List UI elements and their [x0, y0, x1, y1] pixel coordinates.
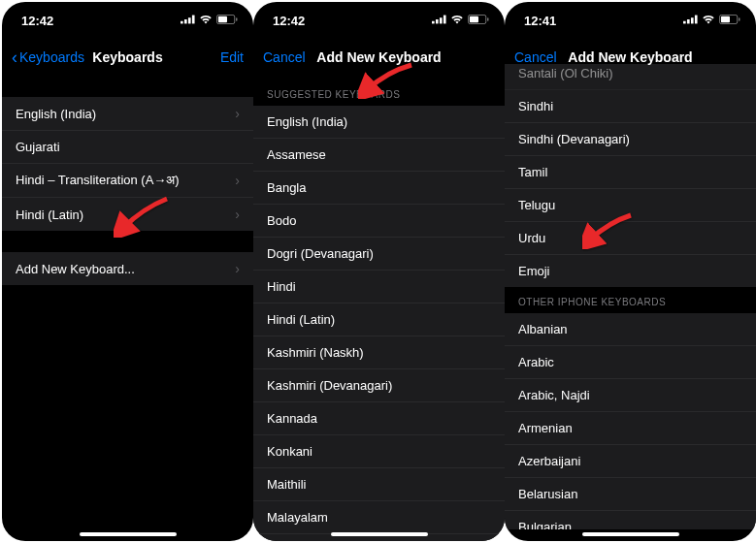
status-icons [181, 14, 238, 27]
keyboard-option-row[interactable]: Emoji [505, 255, 756, 287]
keyboard-option-row[interactable]: Tamil [505, 156, 756, 189]
keyboard-option-label: Santali (Ol Chiki) [518, 66, 613, 80]
section-header-suggested: Suggested Keyboards [253, 76, 505, 106]
svg-rect-17 [695, 16, 698, 24]
keyboard-option-row[interactable]: Sindhi (Devanagari) [505, 123, 756, 156]
keyboard-option-row[interactable]: Kashmiri (Naskh) [253, 336, 505, 369]
chevron-right-icon: › [235, 106, 240, 121]
svg-rect-9 [440, 17, 443, 23]
svg-rect-5 [218, 16, 227, 22]
nav-bar: Cancel Add New Keyboard [253, 39, 505, 76]
keyboard-option-label: English (India) [267, 114, 347, 129]
keyboard-option-label: Kashmiri (Naskh) [267, 345, 364, 360]
keyboard-option-row[interactable]: Azerbaijani [505, 445, 756, 478]
wifi-icon [450, 14, 464, 27]
keyboard-option-row[interactable]: Hindi (Latin) [253, 303, 505, 336]
keyboard-option-row[interactable]: Arabic, Najdi [505, 379, 756, 412]
wifi-icon [702, 14, 715, 27]
keyboard-row[interactable]: Hindi – Transliteration (A→अ) › [2, 164, 253, 198]
keyboard-option-row[interactable]: English (India) [253, 106, 505, 139]
battery-icon [719, 14, 740, 27]
home-indicator[interactable] [331, 532, 428, 536]
keyboard-option-label: Malayalam [267, 510, 328, 525]
keyboard-option-row[interactable]: Arabic [505, 346, 756, 379]
keyboard-option-row[interactable]: Telugu [505, 189, 756, 222]
status-bar: 12:42 [2, 2, 253, 39]
keyboard-option-label: Telugu [518, 198, 555, 212]
keyboard-option-row[interactable]: Hindi [253, 271, 505, 303]
content-area: English (India) › Gujarati Hindi – Trans… [2, 76, 253, 541]
keyboard-row[interactable]: Hindi (Latin) › [2, 198, 253, 231]
svg-rect-19 [721, 16, 730, 22]
keyboard-option-label: Urdu [518, 231, 545, 245]
home-indicator[interactable] [80, 532, 177, 536]
keyboard-option-row[interactable]: Konkani [253, 435, 505, 468]
section-spacer [2, 231, 253, 252]
keyboard-option-row[interactable]: Dogri (Devanagari) [253, 238, 505, 271]
edit-button[interactable]: Edit [220, 49, 244, 65]
svg-rect-12 [470, 16, 478, 22]
keyboard-option-row[interactable]: Albanian [505, 313, 756, 346]
section-spacer [2, 76, 253, 97]
keyboard-option-row[interactable]: Bodo [253, 205, 505, 238]
keyboard-option-label: Belarusian [518, 487, 577, 501]
add-keyboard-screen-other: 12:41 Cancel Add New Keyboard Santali (O… [505, 2, 756, 541]
svg-rect-13 [487, 17, 488, 21]
add-new-keyboard-row[interactable]: Add New Keyboard... › [2, 252, 253, 285]
svg-rect-0 [181, 21, 183, 24]
status-icons [432, 14, 489, 27]
keyboard-option-row[interactable]: Maithili [253, 468, 505, 501]
keyboard-option-row[interactable]: Malayalam [253, 501, 505, 534]
chevron-left-icon: ‹ [12, 48, 17, 66]
keyboard-option-label: Armenian [518, 421, 573, 435]
chevron-right-icon: › [235, 261, 240, 276]
keyboard-label: Hindi (Latin) [16, 208, 83, 222]
svg-rect-16 [691, 17, 694, 23]
svg-rect-8 [436, 19, 439, 23]
keyboard-option-label: Bangla [267, 180, 306, 195]
keyboard-option-label: Sindhi [518, 99, 553, 113]
status-bar: 12:41 [505, 2, 756, 39]
keyboard-option-label: Maithili [267, 477, 306, 492]
keyboard-option-row[interactable]: Urdu [505, 222, 756, 255]
keyboard-option-row[interactable]: Bangla [253, 172, 505, 205]
cancel-button[interactable]: Cancel [514, 49, 557, 65]
keyboard-row[interactable]: English (India) › [2, 97, 253, 131]
keyboard-option-label: Azerbaijani [518, 454, 580, 468]
page-title: Add New Keyboard [568, 49, 692, 65]
keyboard-option-row[interactable]: Bulgarian [505, 511, 756, 529]
svg-rect-7 [432, 21, 435, 24]
keyboard-option-row[interactable]: Armenian [505, 412, 756, 445]
battery-icon [216, 14, 238, 27]
svg-rect-6 [236, 17, 237, 21]
keyboard-option-label: Arabic [518, 355, 554, 369]
keyboard-option-label: Hindi [267, 279, 296, 294]
keyboard-option-label: Arabic, Najdi [518, 388, 590, 402]
keyboard-label: Gujarati [16, 140, 60, 154]
keyboard-option-label: Kannada [267, 411, 317, 426]
cancel-button[interactable]: Cancel [263, 49, 306, 65]
home-indicator[interactable] [582, 532, 679, 536]
keyboard-option-row[interactable]: Kannada [253, 402, 505, 435]
status-bar: 12:42 [253, 2, 505, 39]
status-time: 12:42 [273, 14, 305, 28]
back-button[interactable]: ‹ Keyboards [12, 48, 84, 66]
nav-bar: ‹ Keyboards Keyboards Edit [2, 39, 253, 76]
keyboard-option-row[interactable]: Sindhi [505, 90, 756, 123]
keyboard-option-label: Kashmiri (Devanagari) [267, 378, 392, 393]
keyboard-option-row[interactable]: Santali (Ol Chiki) [505, 64, 756, 90]
signal-icon [683, 14, 698, 27]
status-icons [683, 14, 740, 27]
keyboard-option-row[interactable]: Assamese [253, 139, 505, 172]
svg-rect-20 [739, 17, 740, 21]
keyboard-option-row[interactable]: Kashmiri (Devanagari) [253, 369, 505, 402]
content-area[interactable]: Santali (Ol Chiki)SindhiSindhi (Devanaga… [505, 64, 756, 529]
section-header-other: Other iPhone Keyboards [505, 287, 756, 313]
suggested-keyboards-list: English (India)AssameseBanglaBodoDogri (… [253, 106, 505, 541]
keyboard-option-row[interactable]: Belarusian [505, 478, 756, 511]
content-area[interactable]: Suggested Keyboards English (India)Assam… [253, 76, 505, 541]
keyboard-row[interactable]: Gujarati [2, 131, 253, 164]
svg-rect-15 [687, 19, 690, 23]
keyboard-label: Hindi – Transliteration (A→अ) [16, 173, 180, 188]
other-keyboards-list: AlbanianArabicArabic, NajdiArmenianAzerb… [505, 313, 756, 529]
